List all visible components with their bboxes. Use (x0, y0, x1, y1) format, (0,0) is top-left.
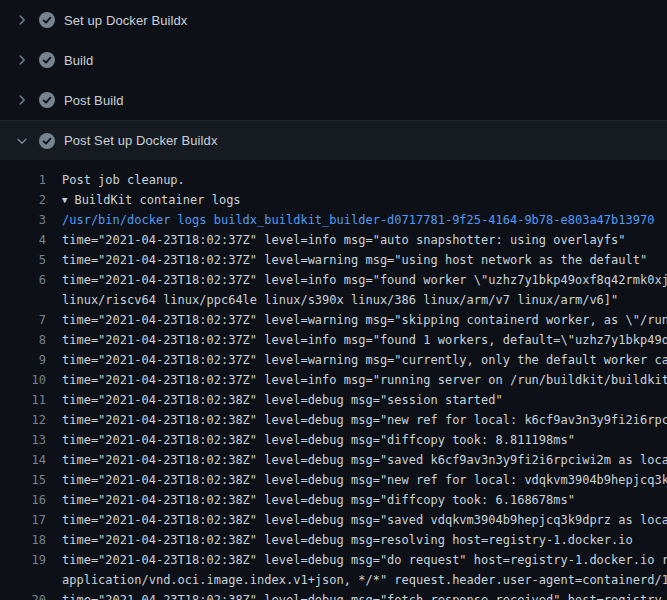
chevron-right-icon[interactable] (14, 93, 30, 107)
log-line: 14 time="2021-04-23T18:02:38Z" level=deb… (0, 450, 667, 470)
line-number[interactable]: 5 (0, 250, 46, 270)
line-number[interactable]: 13 (0, 430, 46, 450)
log-line: 8 time="2021-04-23T18:02:37Z" level=info… (0, 330, 667, 350)
line-number[interactable] (0, 290, 46, 310)
log-lines: 1 Post job cleanup. 2 ▼BuildKit containe… (0, 160, 667, 600)
chevron-right-icon[interactable] (14, 53, 30, 67)
step-label: Set up Docker Buildx (64, 13, 187, 28)
log-line: 20 time="2021-04-23T18:02:38Z" level=deb… (0, 590, 667, 600)
log-line: 10 time="2021-04-23T18:02:37Z" level=inf… (0, 370, 667, 390)
log-line: 6 time="2021-04-23T18:02:37Z" level=info… (0, 270, 667, 290)
log-line: 18 time="2021-04-23T18:02:38Z" level=deb… (0, 530, 667, 550)
step-header-build[interactable]: Build (0, 40, 667, 80)
line-text: time="2021-04-23T18:02:38Z" level=debug … (46, 590, 662, 600)
line-number[interactable]: 19 (0, 550, 46, 570)
line-number[interactable]: 11 (0, 390, 46, 410)
log-line: 12 time="2021-04-23T18:02:38Z" level=deb… (0, 410, 667, 430)
line-text: time="2021-04-23T18:02:38Z" level=debug … (46, 410, 667, 430)
log-line: 11 time="2021-04-23T18:02:38Z" level=deb… (0, 390, 667, 410)
line-number[interactable]: 8 (0, 330, 46, 350)
line-text: time="2021-04-23T18:02:37Z" level=warnin… (46, 310, 667, 330)
log-group-line[interactable]: 2 ▼BuildKit container logs (0, 190, 667, 210)
log-line: 16 time="2021-04-23T18:02:38Z" level=deb… (0, 490, 667, 510)
line-number[interactable]: 3 (0, 210, 46, 230)
step-label: Post Build (64, 93, 124, 108)
log-line: 5 time="2021-04-23T18:02:37Z" level=warn… (0, 250, 667, 270)
line-number[interactable]: 16 (0, 490, 46, 510)
line-text: time="2021-04-23T18:02:38Z" level=debug … (46, 550, 667, 570)
line-text: application/vnd.oci.image.index.v1+json,… (46, 570, 667, 590)
log-line: 15 time="2021-04-23T18:02:38Z" level=deb… (0, 470, 667, 490)
line-number[interactable]: 15 (0, 470, 46, 490)
line-number[interactable]: 18 (0, 530, 46, 550)
workflow-log-viewer: Set up Docker Buildx Build P (0, 0, 667, 600)
line-number[interactable]: 2 (0, 190, 46, 210)
log-line: 3 /usr/bin/docker logs buildx_buildkit_b… (0, 210, 667, 230)
step-header-post-set-up-docker-buildx[interactable]: Post Set up Docker Buildx (0, 120, 667, 160)
log-line: linux/riscv64 linux/ppc64le linux/s390x … (0, 290, 667, 310)
step-header-post-build[interactable]: Post Build (0, 80, 667, 120)
check-circle-icon (39, 133, 55, 149)
line-text: Post job cleanup. (46, 170, 185, 190)
line-text: time="2021-04-23T18:02:37Z" level=info m… (46, 270, 667, 290)
line-text: time="2021-04-23T18:02:37Z" level=info m… (46, 230, 626, 250)
line-number[interactable]: 14 (0, 450, 46, 470)
check-circle-icon (39, 92, 55, 108)
line-number[interactable]: 7 (0, 310, 46, 330)
line-text: ▼BuildKit container logs (46, 190, 241, 210)
line-text: time="2021-04-23T18:02:38Z" level=debug … (46, 470, 667, 490)
line-number[interactable]: 4 (0, 230, 46, 250)
log-line: 13 time="2021-04-23T18:02:38Z" level=deb… (0, 430, 667, 450)
line-text: time="2021-04-23T18:02:38Z" level=debug … (46, 490, 575, 510)
step-header-set-up-docker-buildx[interactable]: Set up Docker Buildx (0, 0, 667, 40)
steps-list: Set up Docker Buildx Build P (0, 0, 667, 160)
line-text: time="2021-04-23T18:02:37Z" level=info m… (46, 330, 667, 350)
line-number[interactable]: 10 (0, 370, 46, 390)
line-text: time="2021-04-23T18:02:37Z" level=info m… (46, 370, 667, 390)
line-number[interactable]: 6 (0, 270, 46, 290)
line-text: time="2021-04-23T18:02:38Z" level=debug … (46, 450, 667, 470)
check-circle-icon (39, 12, 55, 28)
log-line: application/vnd.oci.image.index.v1+json,… (0, 570, 667, 590)
log-line: 19 time="2021-04-23T18:02:38Z" level=deb… (0, 550, 667, 570)
line-text: /usr/bin/docker logs buildx_buildkit_bui… (46, 210, 654, 230)
line-text: time="2021-04-23T18:02:38Z" level=debug … (46, 530, 633, 550)
log-line: 4 time="2021-04-23T18:02:37Z" level=info… (0, 230, 667, 250)
log-line: 17 time="2021-04-23T18:02:38Z" level=deb… (0, 510, 667, 530)
chevron-down-icon[interactable] (14, 134, 30, 148)
chevron-right-icon[interactable] (14, 13, 30, 27)
line-text: time="2021-04-23T18:02:37Z" level=warnin… (46, 250, 647, 270)
line-number[interactable] (0, 570, 46, 590)
line-number[interactable]: 12 (0, 410, 46, 430)
line-text: time="2021-04-23T18:02:38Z" level=debug … (46, 390, 503, 410)
line-number[interactable]: 20 (0, 590, 46, 600)
group-toggle-icon[interactable]: ▼ (62, 190, 67, 210)
line-text: time="2021-04-23T18:02:38Z" level=debug … (46, 510, 667, 530)
check-circle-icon (39, 52, 55, 68)
line-text: time="2021-04-23T18:02:38Z" level=debug … (46, 430, 575, 450)
line-number[interactable]: 1 (0, 170, 46, 190)
line-text: linux/riscv64 linux/ppc64le linux/s390x … (46, 290, 618, 310)
step-label: Post Set up Docker Buildx (64, 133, 218, 148)
line-text: time="2021-04-23T18:02:37Z" level=warnin… (46, 350, 667, 370)
step-label: Build (64, 53, 93, 68)
log-line: 9 time="2021-04-23T18:02:37Z" level=warn… (0, 350, 667, 370)
line-number[interactable]: 9 (0, 350, 46, 370)
log-line: 1 Post job cleanup. (0, 170, 667, 190)
line-number[interactable]: 17 (0, 510, 46, 530)
log-line: 7 time="2021-04-23T18:02:37Z" level=warn… (0, 310, 667, 330)
